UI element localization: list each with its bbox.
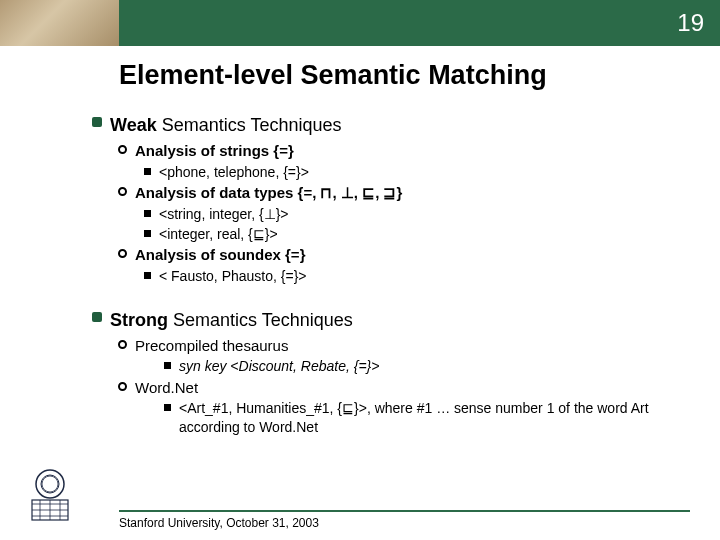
item-label: Precompiled thesaurus	[135, 336, 288, 356]
bullet-diamond-icon	[144, 230, 151, 237]
university-logo	[20, 466, 80, 526]
bullet-circle-icon	[118, 249, 127, 258]
page-number: 19	[677, 9, 704, 37]
slide-body: Weak Semantics Techniques Analysis of st…	[92, 105, 690, 437]
item-label: Analysis of soundex {=}	[135, 245, 305, 265]
heading-text: Strong Semantics Techniques	[110, 308, 353, 332]
item-label: Word.Net	[135, 378, 198, 398]
heading-strong: Strong Semantics Techniques	[92, 308, 690, 332]
example-text: <string, integer, {⊥}>	[159, 205, 289, 224]
heading-text: Weak Semantics Techniques	[110, 113, 341, 137]
heading-bold: Strong	[110, 310, 168, 330]
footer: Stanford University, October 31, 2003	[119, 510, 690, 530]
item-label: Analysis of data types {=, ⊓, ⊥, ⊑, ⊒}	[135, 183, 402, 203]
bullet-diamond-icon	[164, 362, 171, 369]
item-wordnet: Word.Net	[118, 378, 690, 398]
decorative-image	[0, 0, 119, 46]
item-thesaurus: Precompiled thesaurus	[118, 336, 690, 356]
svg-point-0	[36, 470, 64, 498]
section-strong: Strong Semantics Techniques Precompiled …	[92, 308, 690, 437]
item-datatypes: Analysis of data types {=, ⊓, ⊥, ⊑, ⊒}	[118, 183, 690, 203]
section-weak: Weak Semantics Techniques Analysis of st…	[92, 113, 690, 286]
bullet-circle-icon	[118, 145, 127, 154]
svg-point-1	[41, 475, 59, 493]
example-text: syn key <Discount, Rebate, {=}>	[179, 357, 379, 376]
slide: 19 Element-level Semantic Matching Weak …	[0, 0, 720, 540]
example-italic: syn key <Discount, Rebate, {=}>	[164, 357, 690, 376]
example: <phone, telephone, {=}>	[144, 163, 690, 182]
heading-weak: Weak Semantics Techniques	[92, 113, 690, 137]
bullet-square-icon	[92, 312, 102, 322]
example: <string, integer, {⊥}>	[144, 205, 690, 224]
example: < Fausto, Phausto, {=}>	[144, 267, 690, 286]
bullet-diamond-icon	[144, 168, 151, 175]
example-text: <Art_#1, Humanities_#1, {⊑}>, where #1 ……	[179, 399, 659, 437]
heading-bold: Weak	[110, 115, 157, 135]
bullet-circle-icon	[118, 340, 127, 349]
bullet-diamond-icon	[144, 210, 151, 217]
item-strings: Analysis of strings {=}	[118, 141, 690, 161]
heading-rest: Semantics Techniques	[168, 310, 353, 330]
item-label: Analysis of strings {=}	[135, 141, 294, 161]
example: <Art_#1, Humanities_#1, {⊑}>, where #1 ……	[164, 399, 690, 437]
slide-title: Element-level Semantic Matching	[119, 60, 547, 91]
example-text: <phone, telephone, {=}>	[159, 163, 309, 182]
heading-rest: Semantics Techniques	[157, 115, 342, 135]
bullet-diamond-icon	[144, 272, 151, 279]
item-soundex: Analysis of soundex {=}	[118, 245, 690, 265]
title-bar: 19	[119, 0, 720, 46]
bullet-circle-icon	[118, 382, 127, 391]
bullet-diamond-icon	[164, 404, 171, 411]
footer-text: Stanford University, October 31, 2003	[119, 516, 690, 530]
example-text: <integer, real, {⊑}>	[159, 225, 278, 244]
footer-divider	[119, 510, 690, 512]
example: <integer, real, {⊑}>	[144, 225, 690, 244]
bullet-circle-icon	[118, 187, 127, 196]
top-bar: 19	[0, 0, 720, 54]
bullet-square-icon	[92, 117, 102, 127]
example-text: < Fausto, Phausto, {=}>	[159, 267, 307, 286]
